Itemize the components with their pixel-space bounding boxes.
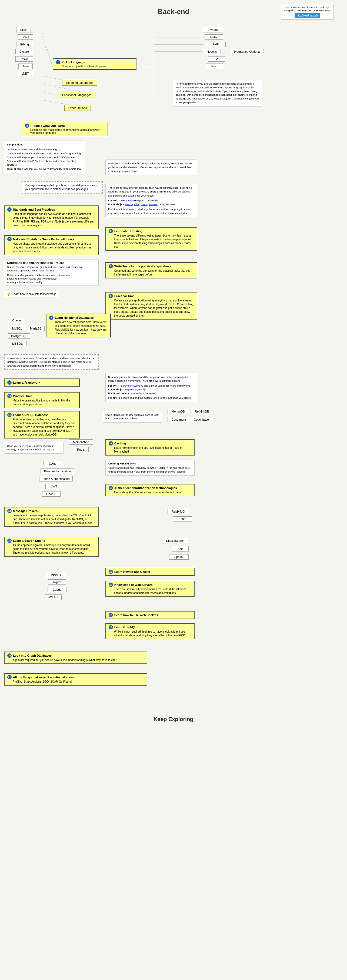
standards-title: Standards and Best Practices <box>13 208 55 211</box>
contribute-desc: Search for some projects on github and o… <box>7 265 96 272</box>
all-things-desc: Profiling, Static Analysis, DDD, SOAP, G… <box>7 680 144 684</box>
find-latest-box: Find the latest version of this roadmap … <box>281 4 333 20</box>
practical-time2-desc: Make the same application you made in 8 … <box>7 399 76 406</box>
graphql-box: 19 Learn GraphQL While it is not require… <box>105 623 194 640</box>
caching-box: 12 Caching Learn how to implement app le… <box>105 439 194 455</box>
relational-db-number: 6 <box>49 315 54 320</box>
make-dist-desc: Now go ahead and create a package and di… <box>7 242 96 253</box>
make-dist-title: Make and Distribute Some Package/Library <box>13 238 74 241</box>
standards-box: 4 Standards and Best Practices Each of t… <box>4 205 99 229</box>
caddy-node: Caddy <box>48 587 67 592</box>
mongodb-learn-box: Learn MongoDB for now but make sure to l… <box>103 411 162 423</box>
erlang-node: Erlang <box>16 41 33 47</box>
websockets-title: Learn how to use Web Sockets <box>114 613 158 617</box>
python-node: Python <box>203 27 223 32</box>
web-servers-number: 17 <box>109 582 113 587</box>
elixir-node: Elixir <box>16 27 31 32</box>
cassandra-node: Cassandra <box>167 417 190 422</box>
caching-impl-box: Once you have learnt, implement caching … <box>4 442 64 453</box>
lightbulb-icon: 💡 <box>6 292 11 296</box>
practical-time-desc: Create a simple application using everyt… <box>109 299 194 318</box>
websockets-box: 18 Learn how to use Web Sockets <box>105 611 194 619</box>
sample-idea-5: Think of some task that you do every day… <box>7 167 83 171</box>
find-latest-text: Find the latest version of this roadmap … <box>283 6 332 12</box>
framework-options-box: Depending upon the project and the langu… <box>105 373 197 402</box>
contribute-title: Contribute to Some Opensource Project <box>7 261 96 264</box>
sample-idea-2: Command that fetches and saves reddit po… <box>7 152 83 156</box>
standards-number: 4 <box>7 207 12 212</box>
mssql-node: MSSQL <box>8 341 27 346</box>
relational-db-box: 6 Learn Relational Databases There are s… <box>46 313 111 337</box>
sample-ideas-box: Sample Ideas Implement some command that… <box>4 141 85 173</box>
couchbase-node: Couchbase <box>191 417 212 422</box>
php-node: PHP <box>206 41 226 47</box>
restful-title: Creating RESTful APIs <box>108 462 192 465</box>
restful-desc: Understand REST and learn how to make RE… <box>108 466 192 473</box>
docker-title: Learn How to Use Docker <box>114 570 150 573</box>
practice-title: Practice what you learnt <box>30 124 65 127</box>
restful-box: Creating RESTful APIs Understand REST an… <box>105 460 194 476</box>
nosql-desc: First understand what they are, how they… <box>7 418 76 437</box>
practical-time-number: 8 <box>109 294 113 298</box>
go-node: Go <box>208 56 225 62</box>
practical-time-title: Practical Time <box>114 294 134 298</box>
auth-box: 13 Authentication/Authorization Methodol… <box>105 484 194 496</box>
nginx-node: Nginx <box>48 579 66 585</box>
db-best-box: Make sure to write tests, follow the sta… <box>4 354 99 370</box>
websockets-number: 18 <box>109 613 113 617</box>
web-servers-desc: There are several different options here… <box>109 587 191 595</box>
solr-node: Solr <box>172 546 189 552</box>
caching-title: Caching <box>114 442 126 445</box>
nosql-title: Learn a NoSQL Database <box>13 414 48 417</box>
redis-node: Redis <box>73 447 89 452</box>
auth-number: 13 <box>109 486 113 490</box>
mariadb-node: MariaDB <box>27 326 45 331</box>
roadmap-link[interactable]: http://roadmap.sh <box>294 13 320 18</box>
typescript-node: TypeScript (Optional) <box>231 49 264 54</box>
rust-node: Rust <box>206 64 223 69</box>
clojure-node: Clojure <box>15 49 33 54</box>
practice-box: 2 Practice what you learnt Excercise and… <box>22 122 108 136</box>
pick-language-subtitle: There are myriads of different options <box>56 65 133 68</box>
beginner-info-box: For the beginners, if you are just getti… <box>173 80 262 107</box>
practice-number: 2 <box>25 124 29 128</box>
openid-node: OpenID <box>42 491 60 496</box>
pick-language-box: 1 Pick a Language There are myriads of d… <box>53 58 137 70</box>
graph-db-number: 20 <box>7 654 12 658</box>
message-brokers-number: 14 <box>7 509 12 513</box>
scripting-node: Scripting Languages <box>62 80 97 86</box>
learn-framework-number: 9 <box>7 380 12 385</box>
graphql-number: 19 <box>109 625 113 629</box>
postgresql-node: PostgreSQL <box>8 333 30 339</box>
search-engine-number: 15 <box>7 539 12 543</box>
basic-auth-node: Basic Authentication <box>41 469 74 474</box>
contribute-item-3: Add any additional functionality <box>7 280 96 284</box>
graph-db-box: 20 Look into Graph Databases Again not r… <box>4 652 147 664</box>
mongodb-node: MongoDB <box>167 409 189 414</box>
relational-db-title: Learn Relational Databases <box>55 316 94 319</box>
sample-idea-1: Implement some command that you use e.g … <box>7 148 83 151</box>
learn-framework-box: 9 Learn a Framework <box>4 379 80 387</box>
contribute-item-1: Refactor and implement the best practice… <box>7 273 96 277</box>
msiis-node: MS IIS <box>45 595 62 600</box>
testing-title: Learn about Testing <box>114 229 142 233</box>
search-engine-box: 15 Learn a Search Engine As the applicat… <box>4 537 99 557</box>
packages-text: Packages managers help you bring externa… <box>25 184 98 191</box>
graphql-desc: While it is not required, feel free to h… <box>109 630 191 638</box>
message-brokers-title: Message Brokers <box>13 509 38 512</box>
message-brokers-box: 14 Message Brokers Learn about the messa… <box>4 507 99 527</box>
search-engine-desc: As the application grows, simple queries… <box>7 543 96 555</box>
functional-node: Functional Languages <box>58 92 96 98</box>
security-info-box: Make sure to read about the best practic… <box>105 159 197 175</box>
auth-desc: Learn about the differences and how to i… <box>109 491 191 495</box>
practical-time2-box: 10 Practical time Make the same applicat… <box>4 392 80 408</box>
pick-language-number: 1 <box>56 60 60 64</box>
message-brokers-desc: Learn about the message brokers, underst… <box>7 514 96 525</box>
test-coverage-box: 💡 Learn how to calculate test coverage <box>4 291 59 298</box>
practice-subtitle: Excercise and make some command line app… <box>25 129 105 134</box>
make-dist-number: 5 <box>7 237 12 242</box>
token-auth-node: Token Authentication <box>39 476 73 482</box>
caching-desc: Learn how to implement app level caching… <box>109 446 191 453</box>
docker-number: 16 <box>109 570 113 574</box>
pick-language-title: Pick a Language <box>62 60 85 64</box>
